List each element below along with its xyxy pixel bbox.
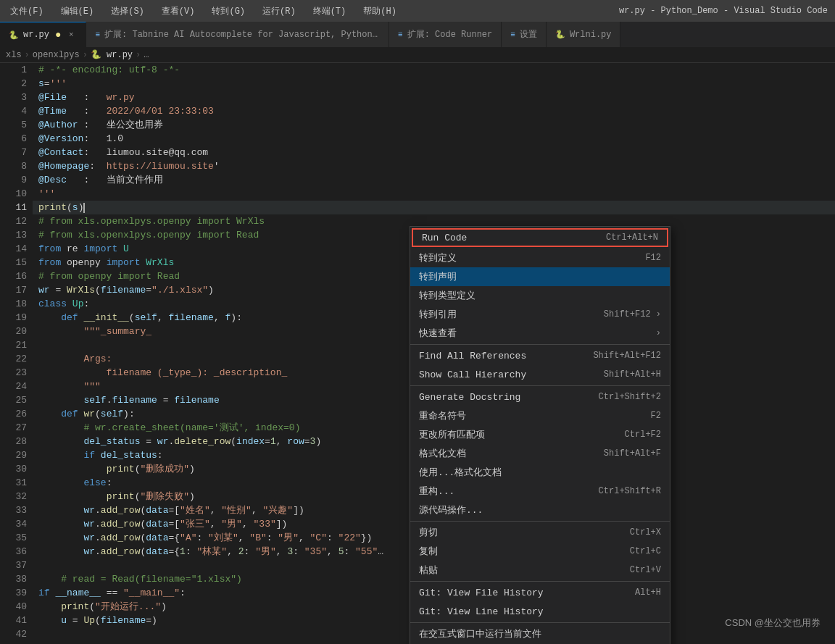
ctx-find-references[interactable]: Find All References Shift+Alt+F12 [410, 346, 670, 365]
ext-icon: ≡ [510, 30, 515, 39]
breadcrumb-more[interactable]: … [144, 50, 149, 60]
line-num-1: 1 [0, 63, 27, 77]
window-title: wr.py - Python_Demo - Visual Studio Code [619, 6, 828, 16]
ctx-paste[interactable]: 粘贴 Ctrl+V [410, 561, 670, 580]
line-num-34: 34 [0, 517, 27, 531]
ctx-change-all[interactable]: 更改所有匹配项 Ctrl+F2 [410, 425, 670, 444]
line-num-35: 35 [0, 531, 27, 545]
breadcrumb-openxlpys[interactable]: openxlpys [33, 50, 80, 60]
ctx-change-all-label: 更改所有匹配项 [419, 428, 485, 441]
ctx-goto-declaration[interactable]: 转到声明 [410, 267, 670, 286]
code-line-3: @File : wr.py [33, 91, 835, 104]
ctx-goto-definition-shortcut: F12 [645, 253, 661, 263]
tab-bar: 🐍 wr.py ● × ≡ 扩展: Tabnine AI Autocomplet… [0, 22, 835, 47]
line-num-37: 37 [0, 559, 27, 572]
tab-close-button[interactable]: × [65, 29, 77, 41]
line-num-20: 20 [0, 325, 27, 338]
ctx-goto-type-definition[interactable]: 转到类型定义 [410, 286, 670, 305]
ctx-copy[interactable]: 复制 Ctrl+C [410, 542, 670, 561]
line-num-8: 8 [0, 159, 27, 173]
code-line-1: # -*- encoding: utf-8 -*- [33, 63, 835, 77]
ext-icon: ≡ [398, 30, 403, 39]
breadcrumb-wrpy[interactable]: 🐍 wr.py [91, 49, 133, 60]
breadcrumb-sep: › [83, 50, 88, 60]
ctx-call-hierarchy-label: Show Call Hierarchy [419, 369, 526, 380]
code-line-9: @Desc : 当前文件作用 [33, 173, 835, 187]
ctx-call-hierarchy[interactable]: Show Call Hierarchy Shift+Alt+H [410, 365, 670, 384]
code-line-6: @Version: 1.0 [33, 132, 835, 146]
ctx-source-action[interactable]: 源代码操作... [410, 501, 670, 519]
line-num-14: 14 [0, 242, 27, 256]
line-num-24: 24 [0, 380, 27, 393]
menu-file[interactable]: 文件(F) [7, 4, 46, 19]
menu-goto[interactable]: 转到(G) [209, 4, 248, 19]
ctx-goto-references[interactable]: 转到引用 Shift+F12 › [410, 305, 670, 324]
ctx-sep-4 [410, 581, 670, 582]
ctx-copy-label: 复制 [419, 545, 438, 558]
line-num-12: 12 [0, 214, 27, 228]
tab-coderunner[interactable]: ≡ 扩展: Code Runner [389, 22, 502, 47]
line-num-23: 23 [0, 366, 27, 380]
line-num-15: 15 [0, 256, 27, 269]
ctx-cut-shortcut: Ctrl+X [630, 527, 661, 538]
ctx-cut-label: 剪切 [419, 526, 438, 539]
ctx-refactor-shortcut: Ctrl+Shift+R [599, 486, 661, 496]
ctx-cut[interactable]: 剪切 Ctrl+X [410, 523, 670, 542]
breadcrumb-xls[interactable]: xls [6, 50, 22, 60]
ctx-format-doc[interactable]: 格式化文档 Shift+Alt+F [410, 444, 670, 463]
ctx-call-hierarchy-shortcut: Shift+Alt+H [604, 369, 661, 380]
ctx-goto-definition[interactable]: 转到定义 F12 [410, 248, 670, 267]
ctx-format-doc-label: 格式化文档 [419, 447, 466, 460]
ctx-format-with[interactable]: 使用...格式化文档 [410, 463, 670, 482]
tab-label: Wrlni.py [570, 30, 612, 40]
code-line-4: @Time : 2022/04/01 23:33:03 [33, 104, 835, 118]
line-num-40: 40 [0, 600, 27, 614]
line-num-5: 5 [0, 118, 27, 132]
ctx-goto-definition-label: 转到定义 [419, 251, 457, 264]
line-num-30: 30 [0, 462, 27, 476]
ctx-run-code-shortcut: Ctrl+Alt+N [606, 233, 658, 243]
ctx-change-all-shortcut: Ctrl+F2 [625, 430, 661, 440]
ctx-goto-references-shortcut: Shift+F12 › [604, 309, 661, 319]
ctx-refactor[interactable]: 重构... Ctrl+Shift+R [410, 482, 670, 501]
context-menu: Run Code Ctrl+Alt+N 转到定义 F12 转到声明 转到类型定义… [410, 226, 670, 644]
ctx-rename[interactable]: 重命名符号 F2 [410, 406, 670, 425]
line-num-9: 9 [0, 173, 27, 187]
line-num-2: 2 [0, 77, 27, 91]
line-num-26: 26 [0, 407, 27, 421]
ctx-quick-view-label: 快速查看 [419, 327, 457, 340]
line-num-33: 33 [0, 503, 27, 517]
tab-label: 设置 [520, 28, 537, 41]
ctx-docstring[interactable]: Generate Docstring Ctrl+Shift+2 [410, 388, 670, 406]
line-num-22: 22 [0, 352, 27, 366]
tab-wrpy[interactable]: 🐍 wr.py ● × [0, 22, 86, 47]
tab-label: wr.py [23, 30, 49, 40]
ctx-run-file-interactive[interactable]: 在交互式窗口中运行当前文件 [410, 624, 670, 643]
menu-view[interactable]: 查看(V) [159, 4, 198, 19]
ctx-quick-view[interactable]: 快速查看 › [410, 324, 670, 343]
code-line-5: @Author : 坐公交也用券 [33, 118, 835, 132]
menu-edit[interactable]: 编辑(E) [58, 4, 97, 19]
ctx-sep-1 [410, 344, 670, 345]
menu-select[interactable]: 选择(S) [108, 4, 147, 19]
line-num-17: 17 [0, 283, 27, 297]
ctx-run-code-label: Run Code [422, 233, 467, 243]
tab-wrlnipy[interactable]: 🐍 Wrlni.py [547, 22, 621, 47]
ctx-git-file-history-label: Git: View File History [419, 587, 544, 598]
menu-run[interactable]: 运行(R) [259, 4, 299, 19]
tab-label: 扩展: Tabnine AI Autocomplete for Javascri… [104, 28, 380, 41]
line-num-6: 6 [0, 132, 27, 146]
menu-help[interactable]: 帮助(H) [360, 4, 399, 19]
ctx-git-line-history[interactable]: Git: View Line History [410, 602, 670, 621]
tab-tabnine[interactable]: ≡ 扩展: Tabnine AI Autocomplete for Javasc… [86, 22, 389, 47]
ctx-docstring-label: Generate Docstring [419, 392, 520, 403]
tab-settings[interactable]: ≡ 设置 [502, 22, 547, 47]
ctx-git-file-history[interactable]: Git: View File History Alt+H [410, 583, 670, 602]
line-num-10: 10 [0, 187, 27, 201]
ctx-refactor-label: 重构... [419, 485, 454, 498]
line-num-18: 18 [0, 297, 27, 311]
menu-terminal[interactable]: 终端(T) [310, 4, 349, 19]
line-num-39: 39 [0, 586, 27, 600]
code-line-11: print(s) [33, 201, 835, 214]
ctx-run-code[interactable]: Run Code Ctrl+Alt+N [412, 228, 668, 247]
